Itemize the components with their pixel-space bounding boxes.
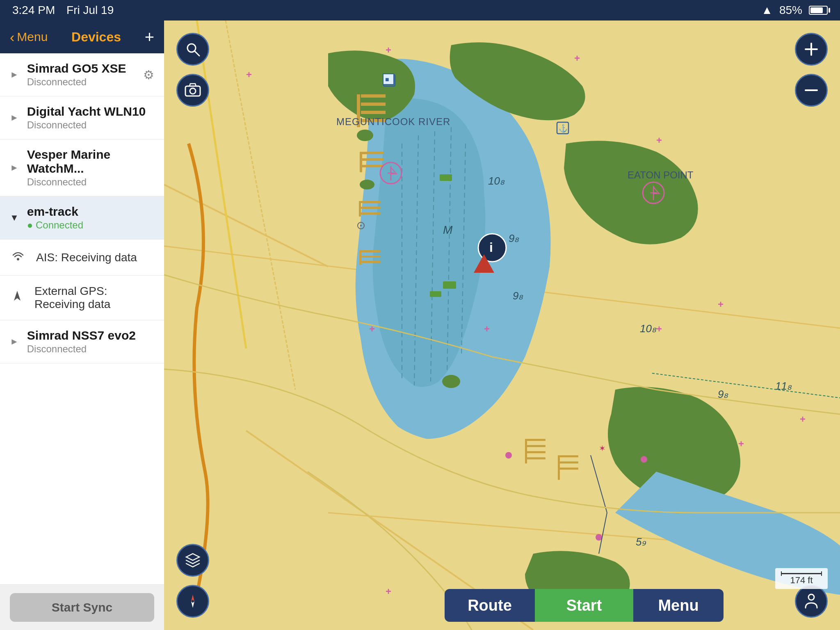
- svg-text:✶: ✶: [599, 444, 606, 453]
- device-item-simrad-go5[interactable]: ► Simrad GO5 XSE Disconnected ⚙: [0, 53, 164, 96]
- svg-rect-29: [361, 261, 380, 263]
- svg-rect-26: [359, 201, 361, 217]
- back-button[interactable]: ‹ Menu: [10, 29, 48, 45]
- zoom-in-button[interactable]: [795, 33, 828, 66]
- zoom-out-button[interactable]: [795, 74, 828, 107]
- svg-text:9₈: 9₈: [513, 290, 523, 302]
- svg-text:+: +: [386, 44, 391, 55]
- svg-text:⚓: ⚓: [559, 124, 568, 133]
- svg-rect-33: [525, 445, 546, 447]
- svg-point-0: [17, 258, 19, 260]
- device-status: ● Connected: [27, 219, 154, 231]
- svg-text:MEGUNTICOOK RIVER: MEGUNTICOOK RIVER: [336, 116, 450, 127]
- layers-button[interactable]: [176, 544, 209, 577]
- svg-line-90: [194, 51, 199, 56]
- device-name: em-track: [27, 205, 154, 219]
- start-button[interactable]: Start: [535, 589, 633, 622]
- add-device-button[interactable]: +: [145, 28, 154, 46]
- ais-text: AIS: Receiving data: [36, 251, 137, 264]
- svg-rect-38: [558, 461, 578, 463]
- sidebar-header: ‹ Menu Devices +: [0, 21, 164, 53]
- device-name: Vesper Marine WatchM...: [27, 148, 154, 176]
- menu-button[interactable]: Menu: [633, 589, 724, 622]
- sidebar-title: Devices: [71, 30, 121, 45]
- svg-text:+: +: [656, 323, 662, 334]
- device-item-simrad-nss7[interactable]: ► Simrad NSS7 evo2 Disconnected: [0, 320, 164, 363]
- gear-icon[interactable]: ⚙: [143, 68, 154, 82]
- status-time-date: 3:24 PM Fri Jul 19: [12, 4, 114, 17]
- svg-text:10₈: 10₈: [488, 175, 505, 187]
- device-status: Disconnected: [27, 176, 154, 188]
- device-list: ► Simrad GO5 XSE Disconnected ⚙ ► Digita…: [0, 53, 164, 584]
- search-button[interactable]: [176, 33, 209, 66]
- svg-rect-79: [430, 291, 441, 297]
- scale-line: [781, 573, 822, 574]
- svg-rect-30: [359, 250, 361, 265]
- location-icon: ▲: [761, 4, 773, 17]
- device-item-emtrack[interactable]: ▼ em-track ● Connected: [0, 196, 164, 240]
- svg-point-56: [505, 452, 512, 459]
- svg-rect-15: [361, 103, 386, 106]
- svg-rect-39: [558, 468, 578, 470]
- ais-icon: [10, 249, 26, 266]
- svg-marker-97: [191, 601, 194, 608]
- status-right: ▲ 85%: [761, 4, 828, 17]
- device-status: Disconnected: [27, 76, 143, 88]
- svg-text:■: ■: [385, 76, 389, 83]
- camera-button[interactable]: [176, 74, 209, 107]
- svg-rect-20: [361, 158, 383, 161]
- svg-rect-32: [525, 439, 546, 441]
- svg-text:5₉: 5₉: [636, 536, 646, 548]
- svg-point-58: [641, 456, 647, 463]
- svg-text:+: +: [484, 323, 490, 334]
- sidebar: ‹ Menu Devices + ► Simrad GO5 XSE Discon…: [0, 21, 164, 630]
- svg-rect-35: [525, 457, 546, 459]
- svg-rect-78: [443, 281, 456, 289]
- map-area: + + + + + + + + + + + + + ⚓ ⚓ ■: [164, 21, 840, 630]
- svg-point-84: [360, 225, 362, 226]
- expand-arrow-icon: ▼: [10, 212, 19, 223]
- map-canvas: + + + + + + + + + + + + + ⚓ ⚓ ■: [164, 21, 840, 630]
- svg-text:9₈: 9₈: [509, 232, 519, 244]
- svg-text:+: +: [718, 299, 724, 310]
- svg-text:M: M: [443, 224, 453, 236]
- battery-icon: [809, 6, 828, 15]
- svg-rect-27: [361, 250, 380, 252]
- gps-status-item: External GPS: Receiving data: [0, 276, 164, 320]
- route-button[interactable]: Route: [445, 589, 535, 622]
- svg-rect-22: [360, 152, 362, 172]
- svg-text:+: +: [738, 438, 744, 449]
- device-item-digital-yacht[interactable]: ► Digital Yacht WLN10 Disconnected: [0, 96, 164, 139]
- device-item-vesper[interactable]: ► Vesper Marine WatchM... Disconnected: [0, 139, 164, 196]
- svg-rect-28: [361, 256, 380, 258]
- svg-text:+: +: [800, 413, 806, 425]
- status-bar: 3:24 PM Fri Jul 19 ▲ 85%: [0, 0, 840, 21]
- svg-rect-16: [361, 111, 386, 114]
- svg-point-41: [360, 180, 374, 189]
- compass-button[interactable]: [176, 585, 209, 618]
- expand-arrow-icon: ►: [10, 162, 19, 173]
- svg-point-92: [190, 88, 196, 94]
- svg-rect-19: [361, 152, 383, 154]
- ais-status-item: AIS: Receiving data: [0, 240, 164, 276]
- device-status: Disconnected: [27, 119, 154, 131]
- svg-rect-34: [525, 451, 546, 453]
- device-name: Simrad GO5 XSE: [27, 62, 143, 75]
- svg-rect-21: [361, 165, 383, 167]
- svg-text:+: +: [656, 135, 662, 146]
- svg-text:10₈: 10₈: [640, 322, 657, 335]
- back-arrow-icon: ‹: [10, 29, 14, 45]
- device-name: Simrad NSS7 evo2: [27, 329, 154, 342]
- svg-point-57: [596, 534, 602, 541]
- sync-button-area: Start Sync: [0, 584, 164, 630]
- expand-arrow-icon: ►: [10, 112, 19, 123]
- svg-marker-96: [191, 595, 194, 601]
- bottom-toolbar: Route Start Menu: [328, 581, 840, 630]
- svg-text:+: +: [574, 52, 580, 64]
- svg-rect-37: [558, 455, 578, 457]
- svg-point-42: [442, 375, 460, 388]
- expand-arrow-icon: ►: [10, 69, 19, 80]
- device-status: Disconnected: [27, 343, 154, 355]
- expand-arrow-icon: ►: [10, 336, 19, 347]
- start-sync-button[interactable]: Start Sync: [10, 593, 154, 622]
